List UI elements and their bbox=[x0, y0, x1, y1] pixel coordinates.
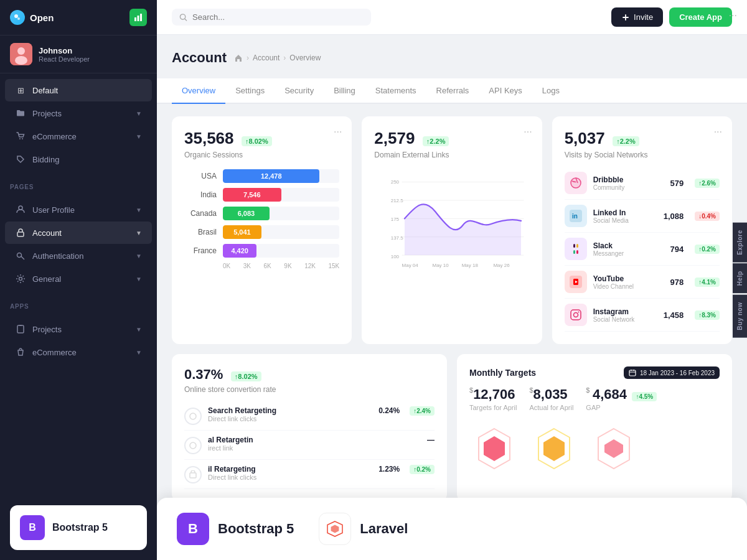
explore-tab[interactable]: Explore bbox=[733, 222, 747, 262]
bootstrap-name: Bootstrap 5 bbox=[218, 521, 294, 537]
user-card[interactable]: Johnson React Developer bbox=[0, 35, 157, 73]
tab-api-keys[interactable]: API Keys bbox=[479, 78, 532, 104]
topbar: Invite Create App bbox=[157, 0, 747, 35]
conversion-rate-label: Online store convertion rate bbox=[184, 385, 435, 394]
search-icon bbox=[179, 13, 187, 22]
pages-nav: User Profile ▼ Account ▼ Authentication … bbox=[0, 193, 157, 296]
chevron-down-icon: ▼ bbox=[136, 110, 142, 117]
search-box[interactable] bbox=[172, 9, 371, 26]
svg-point-6 bbox=[17, 47, 25, 55]
app-name: Open bbox=[30, 12, 54, 23]
svg-point-7 bbox=[15, 56, 27, 65]
chevron-down-icon: ▼ bbox=[136, 230, 142, 236]
sidebar-item-ecommerce[interactable]: eCommerce ▼ bbox=[5, 125, 152, 147]
tab-billing[interactable]: Billing bbox=[324, 78, 365, 104]
svg-point-0 bbox=[14, 14, 18, 18]
bar-row-india: India 7,546 bbox=[184, 188, 339, 202]
svg-rect-35 bbox=[576, 244, 578, 248]
svg-point-42 bbox=[578, 312, 579, 313]
help-tab[interactable]: Help bbox=[733, 264, 747, 294]
bag-icon bbox=[15, 347, 26, 358]
svg-rect-4 bbox=[140, 14, 142, 21]
buy-now-tab[interactable]: Buy now bbox=[733, 294, 747, 337]
card-menu-btn[interactable]: ··· bbox=[524, 126, 532, 138]
retargeting-list: Search Retargeting Direct link clicks 0.… bbox=[184, 401, 435, 489]
monthly-targets-card: Monthly Targets 18 Jan 2023 - 16 Feb 202… bbox=[457, 354, 732, 502]
sidebar-bottom: B Bootstrap 5 bbox=[0, 495, 157, 560]
retargeting-icon bbox=[184, 466, 202, 483]
tag-icon bbox=[15, 154, 26, 165]
tab-referrals[interactable]: Referrals bbox=[426, 78, 479, 104]
tab-settings[interactable]: Settings bbox=[225, 78, 275, 104]
card-menu-btn[interactable]: ··· bbox=[334, 126, 342, 138]
instagram-icon bbox=[565, 304, 587, 326]
svg-text:May 04: May 04 bbox=[402, 263, 419, 268]
domain-links-label: Domain External Links bbox=[374, 151, 529, 159]
sidebar-item-bidding[interactable]: Bidding bbox=[5, 148, 152, 170]
topbar-right: Invite Create App bbox=[611, 7, 732, 27]
hex-chart-2 bbox=[529, 424, 579, 474]
svg-rect-45 bbox=[190, 473, 196, 478]
line-chart-svg: 250 212.5 175 137.5 100 bbox=[374, 169, 529, 281]
sidebar-item-account[interactable]: Account ▼ bbox=[5, 222, 152, 244]
svg-point-41 bbox=[573, 313, 578, 317]
laravel-framework-icon bbox=[319, 513, 351, 545]
tab-overview[interactable]: Overview bbox=[172, 78, 225, 104]
tab-security[interactable]: Security bbox=[275, 78, 324, 104]
brand-card: B Bootstrap 5 bbox=[10, 505, 147, 550]
lock-icon bbox=[15, 227, 26, 238]
sidebar-item-user-profile[interactable]: User Profile ▼ bbox=[5, 198, 152, 221]
bar-row-usa: USA 12,478 bbox=[184, 169, 339, 183]
dribbble-icon bbox=[565, 172, 587, 194]
bar-row-brasil: Brasil 5,041 bbox=[184, 225, 339, 239]
sidebar-item-projects-app[interactable]: Projects ▼ bbox=[5, 318, 152, 340]
grid-icon: ⊞ bbox=[15, 85, 26, 96]
stats-cards-row: ··· 35,568 ↑8.02% Organic Sessions USA 1… bbox=[172, 116, 732, 344]
conversion-rate-badge: ↑8.02% bbox=[231, 371, 261, 381]
breadcrumb-account[interactable]: Account bbox=[253, 54, 280, 62]
invite-button[interactable]: Invite bbox=[611, 7, 663, 27]
tabs-bar: Overview Settings Security Billing State… bbox=[157, 78, 747, 104]
nav-label: eCommerce bbox=[32, 348, 129, 357]
bottom-cards-row: ··· 0.37% ↑8.02% Online store convertion… bbox=[172, 354, 732, 502]
tab-statements[interactable]: Statements bbox=[365, 78, 426, 104]
sidebar-item-general[interactable]: General ▼ bbox=[5, 268, 152, 290]
svg-rect-36 bbox=[573, 250, 575, 254]
main-nav: ⊞ Default Projects ▼ eCommerce ▼ Bidding bbox=[0, 73, 157, 176]
svg-rect-46 bbox=[629, 370, 636, 376]
page-header: Account › Account › Overview bbox=[172, 50, 732, 66]
tab-logs[interactable]: Logs bbox=[532, 78, 570, 104]
social-list: Dribbble Community 579 ↑2.6% in Linked I… bbox=[565, 167, 720, 332]
cart-icon bbox=[15, 131, 26, 142]
retargeting-icon bbox=[184, 408, 202, 425]
svg-rect-40 bbox=[571, 310, 581, 320]
brand-name: Bootstrap 5 bbox=[52, 522, 108, 533]
breadcrumb-overview: Overview bbox=[289, 54, 321, 62]
svg-point-12 bbox=[17, 253, 22, 258]
stats-icon-btn[interactable] bbox=[129, 9, 147, 26]
hex-chart-3 bbox=[589, 424, 639, 474]
domain-links-value: 2,579 bbox=[374, 129, 415, 147]
social-visits-badge: ↑2.2% bbox=[613, 136, 639, 146]
organic-sessions-label: Organic Sessions bbox=[184, 151, 339, 159]
svg-text:May 26: May 26 bbox=[494, 263, 510, 268]
date-range: 18 Jan 2023 - 16 Feb 2023 bbox=[624, 366, 720, 379]
sidebar-item-default[interactable]: ⊞ Default bbox=[5, 79, 152, 101]
laravel-framework: Laravel bbox=[319, 513, 408, 545]
sidebar-item-ecommerce-app[interactable]: eCommerce ▼ bbox=[5, 341, 152, 363]
social-row-linkedin: in Linked In Social Media 1,088 ↓0.4% bbox=[565, 200, 720, 233]
slack-icon bbox=[565, 238, 587, 260]
svg-point-13 bbox=[19, 278, 22, 281]
apps-nav: Projects ▼ eCommerce ▼ bbox=[0, 312, 157, 369]
sidebar-item-projects[interactable]: Projects ▼ bbox=[5, 102, 152, 124]
bar-axis: 0K3K6K9K12K15K bbox=[184, 263, 339, 269]
sidebar-item-authentication[interactable]: Authentication ▼ bbox=[5, 245, 152, 267]
svg-point-43 bbox=[190, 413, 196, 419]
card-menu-btn[interactable]: ··· bbox=[714, 126, 722, 138]
social-row-slack: Slack Messanger 794 ↑0.2% bbox=[565, 233, 720, 266]
svg-rect-37 bbox=[576, 250, 578, 254]
user-info: Johnson React Developer bbox=[39, 46, 90, 63]
create-app-button[interactable]: Create App bbox=[669, 7, 732, 27]
search-input[interactable] bbox=[192, 12, 364, 22]
page-content: Account › Account › Overview Overview Se… bbox=[157, 35, 747, 560]
